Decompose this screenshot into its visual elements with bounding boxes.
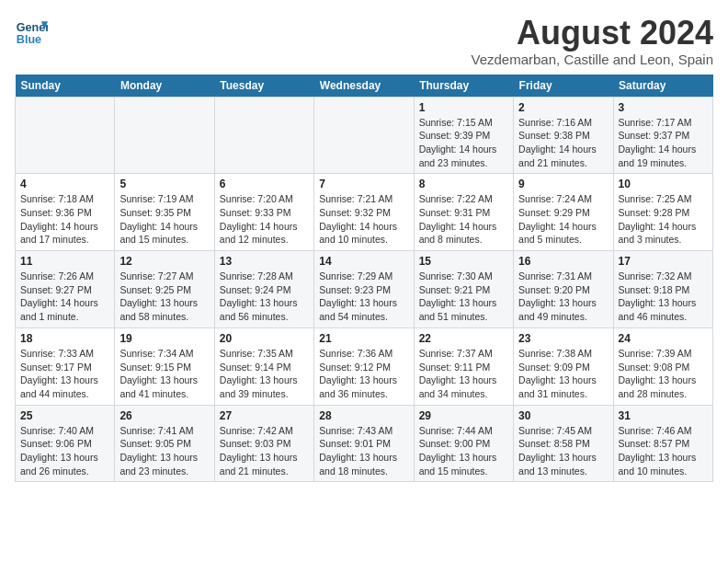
day-cell: 16Sunrise: 7:31 AM Sunset: 9:20 PM Dayli… (514, 251, 613, 328)
day-cell: 6Sunrise: 7:20 AM Sunset: 9:33 PM Daylig… (214, 174, 313, 251)
day-info: Sunrise: 7:39 AM Sunset: 9:08 PM Dayligh… (619, 347, 708, 401)
day-number: 21 (319, 332, 408, 345)
week-row-4: 18Sunrise: 7:33 AM Sunset: 9:17 PM Dayli… (16, 327, 713, 405)
header-cell-saturday: Saturday (613, 75, 712, 98)
day-info: Sunrise: 7:36 AM Sunset: 9:12 PM Dayligh… (319, 347, 408, 401)
day-cell: 23Sunrise: 7:38 AM Sunset: 9:09 PM Dayli… (514, 327, 613, 405)
day-cell: 17Sunrise: 7:32 AM Sunset: 9:18 PM Dayli… (613, 251, 712, 328)
day-number: 8 (419, 178, 508, 190)
day-number: 14 (319, 255, 408, 268)
header-cell-monday: Monday (115, 75, 214, 98)
day-info: Sunrise: 7:40 AM Sunset: 9:06 PM Dayligh… (20, 424, 109, 478)
page-header: General Blue August 2024 Vezdemarban, Ca… (15, 15, 713, 67)
day-cell (214, 97, 313, 174)
calendar-body: 1Sunrise: 7:15 AM Sunset: 9:39 PM Daylig… (16, 97, 713, 482)
month-year-title: August 2024 (471, 15, 713, 52)
day-info: Sunrise: 7:20 AM Sunset: 9:33 PM Dayligh… (220, 192, 309, 247)
header-row: SundayMondayTuesdayWednesdayThursdayFrid… (16, 75, 713, 98)
day-number: 30 (518, 409, 608, 422)
day-info: Sunrise: 7:17 AM Sunset: 9:37 PM Dayligh… (619, 116, 708, 170)
day-number: 23 (518, 332, 608, 345)
day-cell: 24Sunrise: 7:39 AM Sunset: 9:08 PM Dayli… (613, 327, 712, 405)
day-info: Sunrise: 7:30 AM Sunset: 9:21 PM Dayligh… (419, 270, 508, 324)
header-cell-tuesday: Tuesday (214, 75, 313, 98)
day-info: Sunrise: 7:44 AM Sunset: 9:00 PM Dayligh… (419, 424, 508, 478)
day-cell: 12Sunrise: 7:27 AM Sunset: 9:25 PM Dayli… (115, 251, 214, 328)
day-cell: 3Sunrise: 7:17 AM Sunset: 9:37 PM Daylig… (613, 97, 712, 174)
day-number: 24 (619, 332, 708, 345)
day-number: 20 (220, 332, 309, 345)
svg-text:Blue: Blue (17, 33, 41, 46)
day-info: Sunrise: 7:21 AM Sunset: 9:32 PM Dayligh… (319, 192, 408, 247)
day-number: 3 (619, 101, 708, 114)
day-cell: 2Sunrise: 7:16 AM Sunset: 9:38 PM Daylig… (514, 97, 613, 174)
day-number: 4 (20, 178, 109, 190)
day-number: 11 (20, 255, 109, 268)
day-info: Sunrise: 7:22 AM Sunset: 9:31 PM Dayligh… (419, 192, 508, 247)
day-cell: 8Sunrise: 7:22 AM Sunset: 9:31 PM Daylig… (414, 174, 513, 251)
day-info: Sunrise: 7:41 AM Sunset: 9:05 PM Dayligh… (119, 424, 209, 478)
day-info: Sunrise: 7:26 AM Sunset: 9:27 PM Dayligh… (20, 270, 109, 324)
day-cell: 14Sunrise: 7:29 AM Sunset: 9:23 PM Dayli… (314, 251, 414, 328)
title-block: August 2024 Vezdemarban, Castille and Le… (471, 15, 713, 67)
day-cell: 28Sunrise: 7:43 AM Sunset: 9:01 PM Dayli… (314, 405, 414, 482)
day-cell: 20Sunrise: 7:35 AM Sunset: 9:14 PM Dayli… (214, 327, 313, 405)
day-number: 22 (419, 332, 508, 345)
day-info: Sunrise: 7:43 AM Sunset: 9:01 PM Dayligh… (319, 424, 408, 478)
day-number: 27 (220, 409, 309, 422)
day-number: 5 (119, 178, 209, 190)
day-number: 25 (20, 409, 109, 422)
calendar-table: SundayMondayTuesdayWednesdayThursdayFrid… (15, 75, 713, 483)
logo: General Blue (15, 15, 48, 48)
day-info: Sunrise: 7:25 AM Sunset: 9:28 PM Dayligh… (619, 192, 708, 247)
day-number: 17 (619, 255, 708, 268)
day-cell: 4Sunrise: 7:18 AM Sunset: 9:36 PM Daylig… (16, 174, 115, 251)
header-cell-friday: Friday (514, 75, 613, 98)
day-info: Sunrise: 7:38 AM Sunset: 9:09 PM Dayligh… (518, 347, 608, 401)
day-number: 2 (518, 101, 608, 114)
day-cell: 15Sunrise: 7:30 AM Sunset: 9:21 PM Dayli… (414, 251, 513, 328)
day-cell (314, 97, 414, 174)
day-cell: 26Sunrise: 7:41 AM Sunset: 9:05 PM Dayli… (115, 405, 214, 482)
day-info: Sunrise: 7:27 AM Sunset: 9:25 PM Dayligh… (119, 270, 209, 324)
day-cell: 5Sunrise: 7:19 AM Sunset: 9:35 PM Daylig… (115, 174, 214, 251)
day-cell: 31Sunrise: 7:46 AM Sunset: 8:57 PM Dayli… (613, 405, 712, 482)
calendar-header: SundayMondayTuesdayWednesdayThursdayFrid… (16, 75, 713, 98)
header-cell-thursday: Thursday (414, 75, 513, 98)
day-info: Sunrise: 7:28 AM Sunset: 9:24 PM Dayligh… (220, 270, 309, 324)
day-number: 29 (419, 409, 508, 422)
day-cell: 21Sunrise: 7:36 AM Sunset: 9:12 PM Dayli… (314, 327, 414, 405)
day-number: 6 (220, 178, 309, 190)
day-number: 31 (619, 409, 708, 422)
week-row-2: 4Sunrise: 7:18 AM Sunset: 9:36 PM Daylig… (16, 174, 713, 251)
day-info: Sunrise: 7:16 AM Sunset: 9:38 PM Dayligh… (518, 116, 608, 170)
day-info: Sunrise: 7:24 AM Sunset: 9:29 PM Dayligh… (518, 192, 608, 247)
week-row-3: 11Sunrise: 7:26 AM Sunset: 9:27 PM Dayli… (16, 251, 713, 328)
day-info: Sunrise: 7:46 AM Sunset: 8:57 PM Dayligh… (619, 424, 708, 478)
day-cell: 18Sunrise: 7:33 AM Sunset: 9:17 PM Dayli… (16, 327, 115, 405)
day-cell: 9Sunrise: 7:24 AM Sunset: 9:29 PM Daylig… (514, 174, 613, 251)
day-number: 7 (319, 178, 408, 190)
day-info: Sunrise: 7:19 AM Sunset: 9:35 PM Dayligh… (119, 192, 209, 247)
day-cell: 22Sunrise: 7:37 AM Sunset: 9:11 PM Dayli… (414, 327, 513, 405)
day-number: 26 (119, 409, 209, 422)
day-number: 13 (220, 255, 309, 268)
day-number: 28 (319, 409, 408, 422)
day-cell (16, 97, 115, 174)
day-number: 15 (419, 255, 508, 268)
day-cell: 25Sunrise: 7:40 AM Sunset: 9:06 PM Dayli… (16, 405, 115, 482)
day-info: Sunrise: 7:37 AM Sunset: 9:11 PM Dayligh… (419, 347, 508, 401)
day-info: Sunrise: 7:31 AM Sunset: 9:20 PM Dayligh… (518, 270, 608, 324)
day-cell: 27Sunrise: 7:42 AM Sunset: 9:03 PM Dayli… (214, 405, 313, 482)
day-info: Sunrise: 7:45 AM Sunset: 8:58 PM Dayligh… (518, 424, 608, 478)
day-cell: 19Sunrise: 7:34 AM Sunset: 9:15 PM Dayli… (115, 327, 214, 405)
header-cell-sunday: Sunday (16, 75, 115, 98)
day-cell: 7Sunrise: 7:21 AM Sunset: 9:32 PM Daylig… (314, 174, 414, 251)
day-info: Sunrise: 7:29 AM Sunset: 9:23 PM Dayligh… (319, 270, 408, 324)
day-number: 1 (419, 101, 508, 114)
day-cell: 13Sunrise: 7:28 AM Sunset: 9:24 PM Dayli… (214, 251, 313, 328)
day-info: Sunrise: 7:32 AM Sunset: 9:18 PM Dayligh… (619, 270, 708, 324)
location-subtitle: Vezdemarban, Castille and Leon, Spain (471, 52, 713, 67)
day-cell (115, 97, 214, 174)
header-cell-wednesday: Wednesday (314, 75, 414, 98)
